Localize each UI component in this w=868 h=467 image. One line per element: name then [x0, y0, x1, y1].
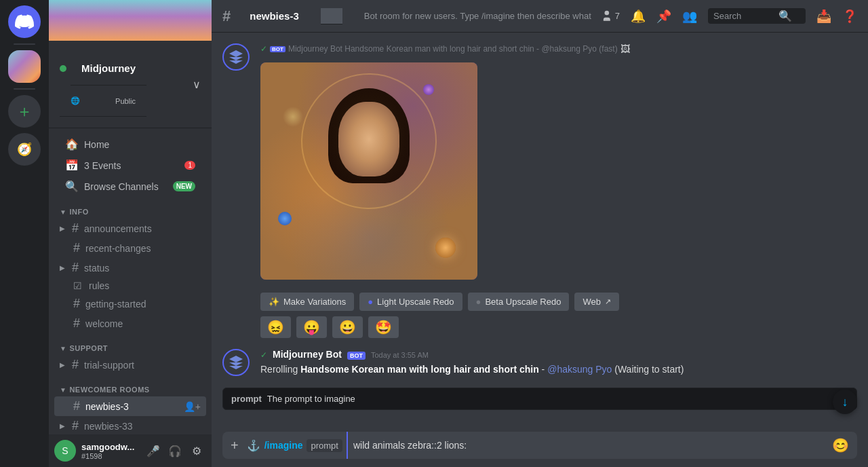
make-variations-button[interactable]: ✨ Make Variations: [260, 293, 354, 311]
home-label: Home: [84, 139, 109, 150]
attach-button[interactable]: +: [228, 432, 241, 459]
channel-getting-started[interactable]: # getting-started: [54, 294, 206, 314]
events-badge: 1: [184, 161, 195, 170]
beta-upscale-icon: ●: [476, 297, 481, 307]
search-input[interactable]: [713, 11, 774, 21]
reaction-btn-2[interactable]: 😛: [296, 316, 327, 338]
members-count-btn[interactable]: 7: [599, 10, 620, 23]
discord-icon[interactable]: [8, 5, 41, 38]
server-name: Midjourney: [71, 52, 146, 86]
settings-button[interactable]: ⚙: [187, 441, 206, 460]
channel-announcements[interactable]: ▶ # announcements: [54, 219, 206, 238]
web-button[interactable]: Web ↗: [574, 293, 619, 311]
message-image: [260, 62, 477, 280]
channel-trial-support[interactable]: ▶ # trial-support: [54, 355, 206, 375]
bot-avatar-1: [222, 43, 250, 71]
server-public-label: Public: [115, 97, 136, 105]
beta-upscale-button[interactable]: ● Beta Upscale Redo: [468, 293, 570, 311]
channel-hash-icon: #: [73, 241, 80, 255]
bot-avatar-2: [222, 349, 250, 376]
above-text: Midjourney Bot Handsome Korean man with …: [288, 44, 618, 54]
channel-hash-icon: #: [72, 261, 79, 275]
channel-rules[interactable]: ☑ rules: [54, 278, 206, 294]
chat-header: # newbies-3 Bot room for new users. Type…: [212, 0, 868, 33]
browse-label: Browse Channels: [84, 181, 159, 192]
server-menu-icon[interactable]: ∨: [193, 78, 201, 91]
channel-label: welcome: [85, 318, 123, 329]
reroll-bold: Handsome Korean man with long hair and s…: [300, 364, 539, 375]
channel-recent-changes[interactable]: # recent-changes: [54, 238, 206, 258]
events-icon: 📅: [65, 159, 79, 172]
pin-btn[interactable]: 📌: [656, 9, 671, 24]
search-box[interactable]: 🔍: [708, 8, 806, 24]
prompt-label: prompt: [231, 394, 262, 404]
add-member-icon[interactable]: 👤+: [184, 401, 201, 412]
channel-hash-icon: #: [73, 297, 80, 311]
slash-command-name: /imagine: [264, 432, 303, 459]
help-btn[interactable]: ❓: [842, 9, 857, 24]
message-image-container: [260, 62, 477, 280]
section-newcomer-arrow: ▼: [60, 386, 66, 394]
browse-icon: 🔍: [65, 180, 79, 193]
server-header[interactable]: Midjourney 🌐 Public ∨: [49, 41, 212, 128]
action-buttons: ✨ Make Variations ● Light Upscale Redo ●…: [260, 293, 857, 311]
reaction-row: 😖 😛 😀 🤩: [260, 316, 857, 338]
user-info: samgoodw... #1598: [81, 442, 138, 460]
add-server-button[interactable]: ＋: [8, 95, 41, 128]
events-label: 3 Events: [84, 160, 121, 171]
sidebar-item-browse[interactable]: 🔍 Browse Channels NEW: [54, 176, 206, 197]
message-group-1: ✓ BOT Midjourney Bot Handsome Korean man…: [222, 43, 857, 338]
channel-arrow: ▶: [60, 361, 65, 369]
member-count: 7: [615, 11, 620, 21]
message-time-2: Today at 3:55 AM: [371, 351, 429, 359]
chat-input-wrapper: + ⚓ /imagine prompt 😊: [222, 432, 857, 459]
channel-arrow: ▶: [60, 264, 65, 272]
channel-newbies-3[interactable]: # newbies-3 👤+: [54, 396, 206, 416]
light-upscale-icon: ●: [368, 297, 373, 307]
reaction-btn-3[interactable]: 😀: [332, 316, 363, 338]
channel-hash-icon: #: [72, 221, 79, 236]
server-separator: [14, 43, 35, 45]
sidebar-item-home[interactable]: 🏠 Home: [54, 134, 206, 155]
server-status: 🌐 Public: [60, 86, 146, 117]
message-status: (Waiting to start): [614, 364, 684, 375]
message-header-2: ✓ Midjourney Bot BOT Today at 3:55 AM: [260, 349, 857, 360]
channel-label: recent-changes: [85, 243, 151, 254]
checkmark-icon: ✓: [260, 44, 267, 54]
members-btn[interactable]: 👥: [682, 9, 697, 24]
message-author-2: Midjourney Bot: [273, 349, 342, 360]
channel-label: newbies-3: [85, 401, 129, 412]
mute-button[interactable]: 🎤: [144, 441, 163, 460]
channel-welcome[interactable]: # welcome: [54, 314, 206, 333]
channel-hash-icon: #: [73, 316, 80, 331]
section-info[interactable]: ▼ INFO: [49, 197, 212, 219]
header-actions: 7 🔔 📌 👥 🔍 📥 ❓: [599, 8, 857, 24]
scroll-to-bottom-button[interactable]: ↓: [833, 390, 857, 414]
channel-label: getting-started: [85, 299, 146, 310]
external-link-icon: ↗: [605, 297, 611, 306]
channel-label: announcements: [84, 223, 152, 234]
channel-arrow: ▶: [60, 422, 65, 430]
channel-status[interactable]: ▶ # status: [54, 258, 206, 278]
deafen-button[interactable]: 🎧: [165, 441, 184, 460]
sidebar-item-events[interactable]: 📅 3 Events 1: [54, 155, 206, 176]
slash-command-param: prompt: [307, 439, 342, 452]
inbox-btn[interactable]: 📥: [816, 9, 831, 24]
section-support[interactable]: ▼ SUPPORT: [49, 333, 212, 355]
notification-btn[interactable]: 🔔: [631, 9, 646, 24]
light-upscale-button[interactable]: ● Light Upscale Redo: [359, 293, 462, 311]
channel-newbies-33[interactable]: ▶ # newbies-33: [54, 416, 206, 434]
server-separator-2: [14, 88, 35, 90]
img-icon[interactable]: 🖼: [620, 43, 630, 54]
emoji-button[interactable]: 😊: [829, 432, 852, 459]
chat-input[interactable]: [347, 432, 824, 459]
section-newcomer[interactable]: ▼ NEWCOMER ROOMS: [49, 375, 212, 396]
verified-icon: ✓: [260, 350, 267, 360]
reaction-btn-4[interactable]: 🤩: [368, 316, 399, 338]
message-content-2: ✓ Midjourney Bot BOT Today at 3:55 AM Re…: [260, 349, 857, 377]
main-content: # newbies-3 Bot room for new users. Type…: [212, 0, 868, 467]
explore-button[interactable]: 🧭: [8, 133, 41, 166]
reaction-btn-1[interactable]: 😖: [260, 316, 291, 338]
midjourney-server-icon[interactable]: [8, 50, 41, 83]
search-icon: 🔍: [778, 10, 792, 22]
